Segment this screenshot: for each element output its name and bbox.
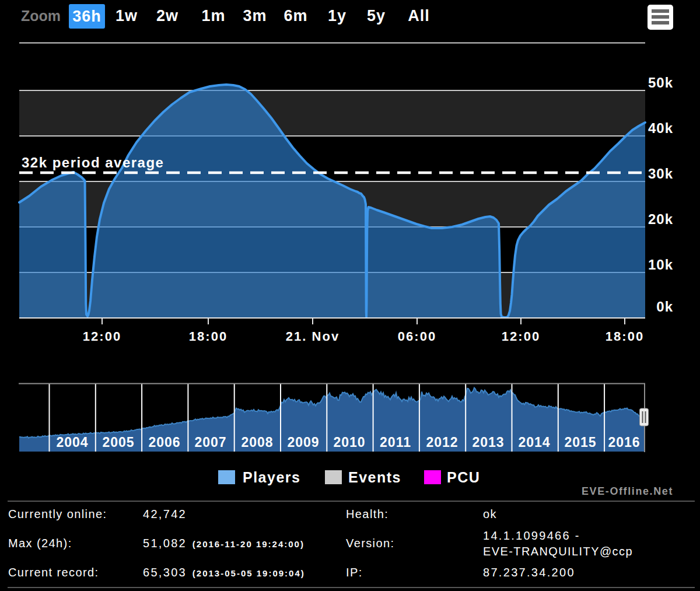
svg-text:18:00: 18:00 [606,329,644,344]
svg-text:10k: 10k [648,257,673,272]
svg-text:2006: 2006 [148,435,180,450]
svg-text:2007: 2007 [194,435,226,450]
svg-text:12:00: 12:00 [502,329,540,344]
svg-text:2010: 2010 [333,435,365,450]
svg-text:2008: 2008 [241,435,273,450]
svg-text:20k: 20k [648,211,673,227]
svg-text:30k: 30k [648,166,673,181]
svg-text:2011: 2011 [380,435,411,450]
svg-text:21. Nov: 21. Nov [286,329,340,344]
svg-text:18:00: 18:00 [189,329,228,344]
svg-text:50k: 50k [648,75,673,90]
svg-text:2004: 2004 [56,435,88,450]
svg-text:2005: 2005 [102,435,134,450]
svg-text:40k: 40k [648,120,673,136]
svg-text:0k: 0k [656,299,673,314]
svg-text:2014: 2014 [518,435,550,450]
svg-text:2009: 2009 [287,435,319,450]
svg-text:06:00: 06:00 [398,329,436,344]
svg-text:2012: 2012 [426,435,458,450]
svg-text:12:00: 12:00 [83,329,121,344]
svg-text:2016: 2016 [608,435,640,450]
svg-text:32k period average: 32k period average [22,155,164,170]
svg-text:2013: 2013 [472,435,504,450]
svg-text:2015: 2015 [564,435,596,450]
